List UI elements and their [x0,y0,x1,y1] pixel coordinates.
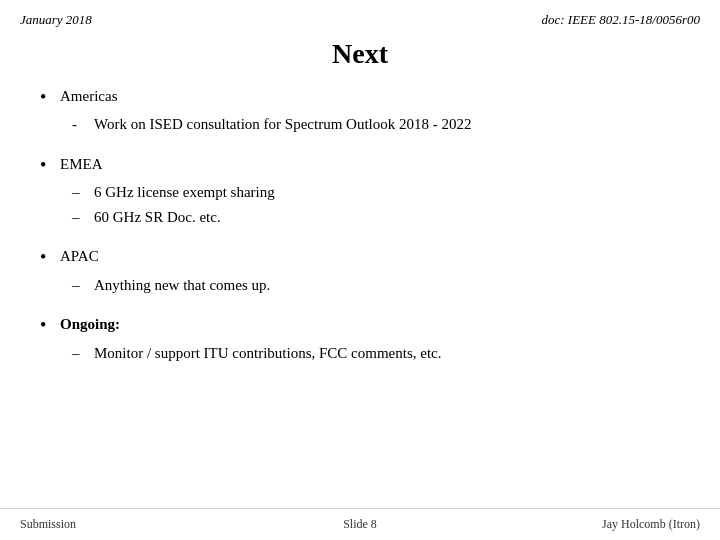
header-date: January 2018 [20,12,92,28]
slide: January 2018 doc: IEEE 802.15-18/0056r00… [0,0,720,540]
sub-item: – Anything new that comes up. [72,274,680,297]
bullet-main-emea: •EMEA [40,154,680,177]
sub-dash: – [72,342,94,365]
footer-center: Slide 8 [247,517,474,532]
sub-text: Work on ISED consultation for Spectrum O… [94,113,472,136]
bullet-label-apac: APAC [60,246,99,267]
sub-items-americas: - Work on ISED consultation for Spectrum… [72,113,680,136]
title-section: Next [0,32,720,86]
bullet-main-ongoing: •Ongoing: [40,314,680,337]
slide-content: •Americas- Work on ISED consultation for… [0,86,720,508]
sub-items-emea: – 6 GHz license exempt sharing– 60 GHz S… [72,181,680,228]
sub-dash: – [72,206,94,229]
bullet-main-americas: •Americas [40,86,680,109]
slide-header: January 2018 doc: IEEE 802.15-18/0056r00 [0,0,720,32]
bullet-dot: • [40,86,60,109]
bullet-label-americas: Americas [60,86,117,107]
sub-item: – 6 GHz license exempt sharing [72,181,680,204]
bullet-label-ongoing: Ongoing: [60,314,120,335]
sub-text: Anything new that comes up. [94,274,270,297]
bullet-group-ongoing: •Ongoing:– Monitor / support ITU contrib… [40,314,680,364]
slide-footer: Submission Slide 8 Jay Holcomb (Itron) [0,508,720,540]
bullet-group-emea: •EMEA– 6 GHz license exempt sharing– 60 … [40,154,680,228]
header-doc: doc: IEEE 802.15-18/0056r00 [541,12,700,28]
bullet-dot: • [40,154,60,177]
footer-right: Jay Holcomb (Itron) [473,517,700,532]
sub-items-apac: – Anything new that comes up. [72,274,680,297]
sub-item: – 60 GHz SR Doc. etc. [72,206,680,229]
bullet-dot: • [40,246,60,269]
sub-item: – Monitor / support ITU contributions, F… [72,342,680,365]
sub-text: Monitor / support ITU contributions, FCC… [94,342,441,365]
sub-dash: – [72,181,94,204]
sub-dash: - [72,113,94,136]
bullet-label-emea: EMEA [60,154,103,175]
bullet-group-apac: •APAC– Anything new that comes up. [40,246,680,296]
bullet-group-americas: •Americas- Work on ISED consultation for… [40,86,680,136]
sub-item: - Work on ISED consultation for Spectrum… [72,113,680,136]
sub-text: 6 GHz license exempt sharing [94,181,275,204]
footer-left: Submission [20,517,247,532]
bullet-dot: • [40,314,60,337]
bullet-main-apac: •APAC [40,246,680,269]
slide-title: Next [332,38,388,69]
sub-dash: – [72,274,94,297]
sub-items-ongoing: – Monitor / support ITU contributions, F… [72,342,680,365]
sub-text: 60 GHz SR Doc. etc. [94,206,221,229]
